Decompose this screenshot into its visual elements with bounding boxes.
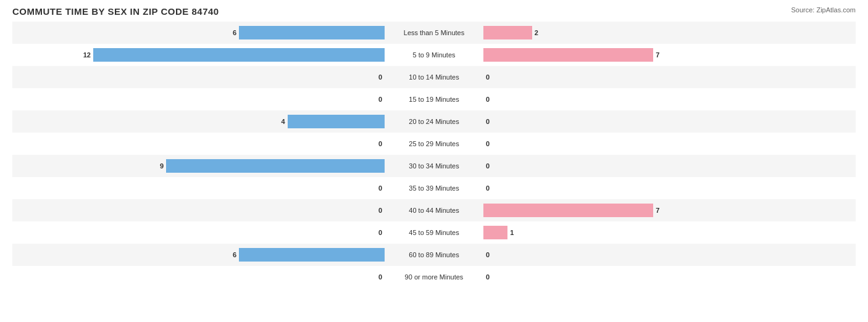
female-value: 0	[486, 96, 490, 103]
female-bar	[483, 226, 507, 239]
chart-row: 025 to 29 Minutes0	[12, 133, 856, 155]
source-label: Source: ZipAtlas.com	[791, 6, 856, 14]
male-bar-section: 0	[12, 177, 385, 199]
male-bar	[239, 248, 385, 262]
chart-row: 930 to 34 Minutes0	[12, 155, 856, 177]
female-value: 0	[486, 140, 490, 147]
female-value: 0	[486, 118, 490, 125]
male-value: 0	[378, 207, 382, 214]
male-value: 0	[378, 184, 382, 192]
female-bar-section: 0	[483, 110, 856, 133]
chart-row: 125 to 9 Minutes7	[12, 44, 856, 66]
male-bar-section: 0	[12, 221, 385, 244]
female-value: 0	[486, 184, 490, 192]
row-label: 5 to 9 Minutes	[385, 51, 483, 59]
female-bar-section: 0	[483, 155, 856, 177]
male-value: 0	[378, 140, 382, 147]
chart-row: 420 to 24 Minutes0	[12, 110, 856, 133]
male-bar-section: 0	[12, 199, 385, 221]
female-bar-section: 0	[483, 133, 856, 155]
chart-row: 6Less than 5 Minutes2	[12, 22, 856, 44]
male-value: 12	[83, 51, 91, 59]
female-value: 7	[656, 207, 659, 214]
chart-title: COMMUTE TIME BY SEX IN ZIP CODE 84740	[12, 6, 856, 17]
row-label: 25 to 29 Minutes	[385, 140, 483, 147]
row-label: 35 to 39 Minutes	[385, 184, 483, 192]
female-bar	[483, 204, 653, 217]
female-bar-section: 0	[483, 266, 856, 288]
male-bar-section: 0	[12, 133, 385, 155]
chart-row: 010 to 14 Minutes0	[12, 66, 856, 88]
row-label: 45 to 59 Minutes	[385, 229, 483, 236]
female-value: 0	[486, 73, 490, 81]
row-label: 40 to 44 Minutes	[385, 207, 483, 214]
female-bar-section: 2	[483, 22, 856, 44]
chart-row: 035 to 39 Minutes0	[12, 177, 856, 199]
chart-row: 015 to 19 Minutes0	[12, 88, 856, 110]
female-bar-section: 0	[483, 244, 856, 266]
male-bar	[93, 48, 385, 62]
female-value: 0	[486, 273, 490, 281]
row-label: 10 to 14 Minutes	[385, 73, 483, 81]
chart-area: 6Less than 5 Minutes2125 to 9 Minutes701…	[12, 22, 856, 276]
male-value: 6	[233, 29, 236, 36]
male-value: 4	[282, 118, 285, 125]
female-bar-section: 0	[483, 177, 856, 199]
chart-container: COMMUTE TIME BY SEX IN ZIP CODE 84740 So…	[0, 0, 868, 322]
row-label: 15 to 19 Minutes	[385, 96, 483, 103]
row-label: 30 to 34 Minutes	[385, 162, 483, 170]
male-bar	[239, 26, 385, 39]
male-value: 0	[378, 96, 382, 103]
row-label: 60 to 89 Minutes	[385, 251, 483, 258]
female-value: 2	[535, 29, 538, 36]
female-value: 7	[656, 51, 659, 59]
male-bar-section: 9	[12, 155, 385, 177]
male-bar-section: 4	[12, 110, 385, 133]
male-value: 0	[378, 229, 382, 236]
female-bar	[483, 48, 653, 62]
row-label: 20 to 24 Minutes	[385, 118, 483, 125]
male-bar-section: 6	[12, 22, 385, 44]
male-bar-section: 12	[12, 44, 385, 66]
chart-row: 040 to 44 Minutes7	[12, 199, 856, 221]
female-bar-section: 7	[483, 199, 856, 221]
male-bar-section: 0	[12, 266, 385, 288]
female-bar-section: 0	[483, 66, 856, 88]
male-bar-section: 0	[12, 88, 385, 110]
row-label: Less than 5 Minutes	[385, 29, 483, 36]
female-bar	[483, 26, 532, 39]
chart-row: 090 or more Minutes0	[12, 266, 856, 288]
chart-row: 660 to 89 Minutes0	[12, 244, 856, 266]
female-bar-section: 1	[483, 221, 856, 244]
female-bar-section: 7	[483, 44, 856, 66]
male-value: 6	[233, 251, 236, 258]
male-value: 0	[378, 273, 382, 281]
female-bar-section: 0	[483, 88, 856, 110]
row-label: 90 or more Minutes	[385, 273, 483, 281]
chart-row: 045 to 59 Minutes1	[12, 221, 856, 244]
female-value: 0	[486, 251, 490, 258]
male-bar-section: 6	[12, 244, 385, 266]
male-value: 9	[160, 162, 164, 170]
male-value: 0	[378, 73, 382, 81]
male-bar	[166, 159, 385, 173]
female-value: 1	[510, 229, 514, 236]
female-value: 0	[486, 162, 490, 170]
male-bar-section: 0	[12, 66, 385, 88]
male-bar	[288, 115, 385, 128]
